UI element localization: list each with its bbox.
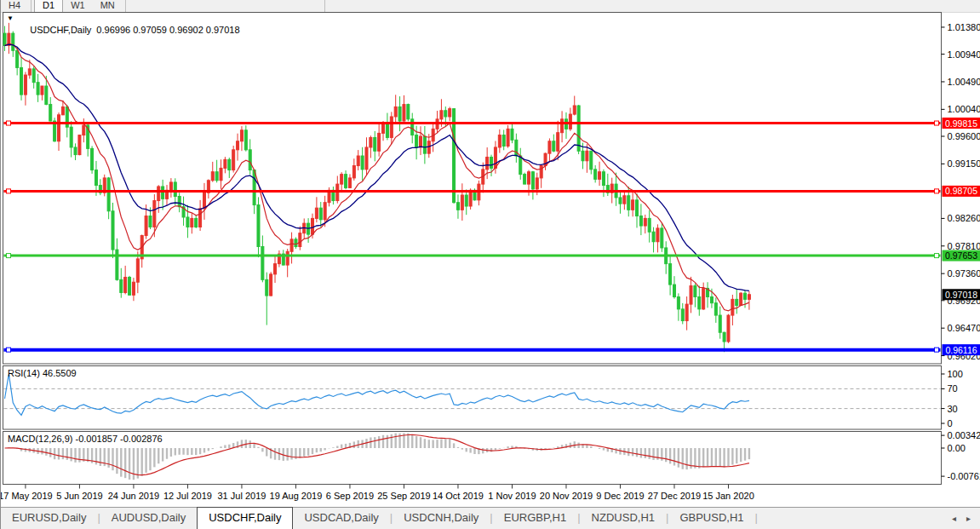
- tab-EURGBP-H1[interactable]: EURGBP,H1: [493, 508, 577, 529]
- svg-text:24 Jun 2019: 24 Jun 2019: [108, 491, 160, 501]
- svg-text:19 Aug 2019: 19 Aug 2019: [270, 491, 323, 501]
- panel-frames: [3, 13, 942, 485]
- tab-scroll-buttons: ◂ ▸: [952, 508, 980, 529]
- chart-title: USDCHF,Daily0.96996 0.97059 0.96902 0.97…: [20, 14, 245, 45]
- price-badge-0.97653: 0.97653: [943, 250, 980, 262]
- svg-text:14 Oct 2019: 14 Oct 2019: [433, 491, 484, 501]
- svg-text:12 Jul 2019: 12 Jul 2019: [163, 491, 212, 501]
- svg-text:31 Jul 2019: 31 Jul 2019: [217, 491, 266, 501]
- price-badge-0.99815: 0.99815: [943, 118, 980, 129]
- svg-text:0.97653: 0.97653: [945, 250, 977, 261]
- svg-text:100: 100: [948, 369, 963, 379]
- svg-text:70: 70: [948, 383, 958, 394]
- scroll-right-icon[interactable]: ▸: [966, 514, 971, 523]
- chart-tab-bar: EURUSD,Daily|AUDUSD,DailyUSDCHF,DailyUSD…: [1, 507, 980, 529]
- svg-text:-0.007615: -0.007615: [948, 471, 980, 481]
- svg-text:6 Sep 2019: 6 Sep 2019: [326, 491, 374, 501]
- svg-text:25 Sep 2019: 25 Sep 2019: [377, 491, 430, 501]
- date-axis: 17 May 20195 Jun 201924 Jun 201912 Jul 2…: [1, 485, 754, 501]
- svg-text:17 May 2019: 17 May 2019: [1, 491, 53, 501]
- svg-text:0.98260: 0.98260: [948, 213, 980, 223]
- tab-NZDUSD-H1[interactable]: NZDUSD,H1: [581, 508, 666, 529]
- svg-text:0.00: 0.00: [948, 443, 966, 453]
- tab-USDCHF-Daily[interactable]: USDCHF,Daily: [197, 507, 293, 529]
- tab-AUDUSD-Daily[interactable]: AUDUSD,Daily: [100, 508, 197, 529]
- svg-text:0: 0: [948, 418, 953, 428]
- svg-text:20 Nov 2019: 20 Nov 2019: [540, 491, 593, 501]
- svg-text:0.99815: 0.99815: [945, 118, 977, 129]
- svg-text:15 Jan 2020: 15 Jan 2020: [702, 491, 754, 501]
- symbol-period-label: USDCHF,Daily: [30, 25, 91, 35]
- svg-text:0.98705: 0.98705: [945, 186, 977, 196]
- chart-dropdown-icon[interactable]: ▼: [7, 14, 14, 22]
- price-badge-0.98705: 0.98705: [943, 186, 980, 197]
- price-badge-0.96116: 0.96116: [943, 344, 980, 355]
- ohlc-values: 0.96996 0.97059 0.96902 0.97018: [96, 25, 239, 35]
- svg-text:0.97018: 0.97018: [945, 290, 977, 300]
- svg-text:0.97810: 0.97810: [948, 241, 980, 251]
- price-badge-0.97018: 0.97018: [943, 289, 980, 300]
- svg-text:1.00940: 1.00940: [948, 49, 980, 60]
- svg-text:0.99600: 0.99600: [948, 131, 980, 141]
- tab-separator: |: [755, 508, 758, 529]
- macd-indicator-label: MACD(12,26,9) -0.001857 -0.002876: [8, 434, 163, 444]
- tab-GBPUSD-H1[interactable]: GBPUSD,H1: [668, 508, 754, 529]
- svg-text:0.96116: 0.96116: [945, 345, 977, 355]
- tab-USDCAD-Daily[interactable]: USDCAD,Daily: [293, 508, 389, 529]
- svg-text:9 Dec 2019: 9 Dec 2019: [596, 491, 644, 501]
- tabs-holder: EURUSD,Daily|AUDUSD,DailyUSDCHF,DailyUSD…: [1, 508, 758, 529]
- svg-text:0.96470: 0.96470: [948, 323, 980, 333]
- rsi-indicator-label: RSI(14) 46.5509: [8, 368, 77, 378]
- svg-text:1 Nov 2019: 1 Nov 2019: [488, 491, 536, 501]
- tab-EURUSD-Daily[interactable]: EURUSD,Daily: [1, 508, 97, 529]
- svg-text:30: 30: [948, 404, 958, 414]
- hline-0.96116[interactable]: [4, 348, 941, 352]
- svg-text:1.01380: 1.01380: [948, 22, 980, 32]
- scroll-left-icon[interactable]: ◂: [952, 514, 956, 523]
- svg-text:0.97360: 0.97360: [948, 268, 980, 279]
- terminal-window: H4D1W1MN 1.013801.009401.004901.000400.9…: [0, 0, 980, 529]
- tab-USDCNH-Daily[interactable]: USDCNH,Daily: [393, 508, 490, 529]
- svg-text:27 Dec 2019: 27 Dec 2019: [648, 491, 701, 501]
- svg-text:0.99150: 0.99150: [948, 158, 980, 169]
- svg-text:1.00040: 1.00040: [948, 104, 980, 114]
- svg-text:5 Jun 2019: 5 Jun 2019: [56, 491, 102, 501]
- svg-text:1.00490: 1.00490: [948, 77, 980, 87]
- chart-canvas: 1.013801.009401.004901.000400.996000.991…: [1, 0, 980, 508]
- svg-text:0.003428: 0.003428: [948, 430, 980, 440]
